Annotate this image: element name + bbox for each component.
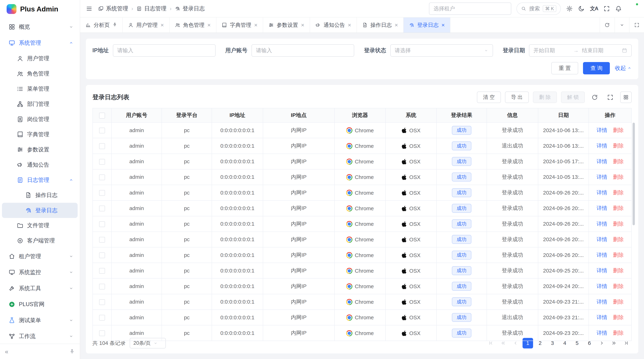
sidebar-item-test-menu[interactable]: 测试菜单 <box>2 312 78 329</box>
row-checkbox[interactable] <box>99 174 105 180</box>
sidebar-item-client-mgmt[interactable]: 客户端管理 <box>2 233 78 248</box>
row-checkbox[interactable] <box>99 221 105 227</box>
fullscreen-button[interactable] <box>604 5 610 12</box>
column-settings-button[interactable] <box>620 91 632 103</box>
tab-login-log[interactable]: 登录日志× <box>404 17 450 32</box>
delete-link[interactable]: 删除 <box>613 143 624 149</box>
table-fullscreen-button[interactable] <box>605 91 616 103</box>
delete-link[interactable]: 删除 <box>613 221 624 227</box>
delete-link[interactable]: 删除 <box>613 236 624 242</box>
tab-user-mgmt[interactable]: 用户管理× <box>123 17 170 32</box>
sidebar-item-plus-site[interactable]: PLUS官网 <box>2 296 78 312</box>
tab-close-icon[interactable]: × <box>301 22 304 28</box>
tab-role-mgmt[interactable]: 角色管理× <box>170 17 216 32</box>
sidebar-item-param-settings[interactable]: 参数设置 <box>2 142 78 157</box>
detail-link[interactable]: 详情 <box>596 143 607 149</box>
tenant-select-input[interactable] <box>429 2 511 15</box>
sidebar-item-dept-mgmt[interactable]: 部门管理 <box>2 96 78 112</box>
sidebar-item-sys-monitor[interactable]: 系统监控 <box>2 264 78 280</box>
detail-link[interactable]: 详情 <box>596 127 607 133</box>
sidebar-item-sys-tools[interactable]: 系统工具 <box>2 280 78 297</box>
content-fullscreen-button[interactable] <box>629 17 644 32</box>
delete-link[interactable]: 删除 <box>613 174 624 180</box>
tab-options-button[interactable] <box>614 17 629 32</box>
delete-link[interactable]: 删除 <box>613 330 624 336</box>
tab-notice[interactable]: 通知公告× <box>310 17 357 32</box>
user-account-input[interactable] <box>252 44 354 57</box>
delete-link[interactable]: 删除 <box>613 299 624 305</box>
tab-analysis[interactable]: 分析页 <box>80 17 123 32</box>
tab-dict-mgmt[interactable]: 字典管理× <box>216 17 263 32</box>
sidebar-item-user-mgmt[interactable]: 用户管理 <box>2 51 78 66</box>
dark-mode-toggle[interactable] <box>578 5 584 12</box>
sidebar-item-log-mgmt[interactable]: 日志管理 <box>2 172 78 188</box>
notifications-button[interactable] <box>615 5 622 12</box>
breadcrumb-item-log[interactable]: 日志管理 <box>136 5 166 12</box>
global-search-button[interactable]: 搜索 ⌘ K <box>516 2 561 15</box>
delete-link[interactable]: 删除 <box>613 283 624 289</box>
unlock-button[interactable]: 解 锁 <box>561 91 585 103</box>
row-checkbox[interactable] <box>99 143 105 149</box>
row-checkbox[interactable] <box>99 190 105 196</box>
row-checkbox[interactable] <box>99 315 105 321</box>
delete-link[interactable]: 删除 <box>613 205 624 211</box>
detail-link[interactable]: 详情 <box>596 299 607 305</box>
tab-params[interactable]: 参数设置× <box>263 17 310 32</box>
detail-link[interactable]: 详情 <box>596 221 607 227</box>
sidebar-item-menu-mgmt[interactable]: 菜单管理 <box>2 81 78 96</box>
tab-close-icon[interactable]: × <box>395 22 398 28</box>
reset-button[interactable]: 重 置 <box>551 62 578 74</box>
row-checkbox[interactable] <box>99 128 105 133</box>
sidebar-item-notice[interactable]: 通知公告 <box>2 157 78 172</box>
select-all-checkbox[interactable] <box>99 113 105 118</box>
delete-link[interactable]: 删除 <box>613 252 624 258</box>
detail-link[interactable]: 详情 <box>596 174 607 180</box>
tab-pin-button[interactable] <box>112 22 117 28</box>
detail-link[interactable]: 详情 <box>596 283 607 289</box>
sidebar-item-workflow[interactable]: 工作流 <box>2 329 78 344</box>
sidebar-item-login-log[interactable]: 登录日志 <box>2 203 78 218</box>
delete-button[interactable]: 删 除 <box>533 91 557 103</box>
clear-button[interactable]: 清 空 <box>477 91 501 103</box>
row-checkbox[interactable] <box>99 206 105 211</box>
refresh-tab-button[interactable] <box>600 17 614 32</box>
row-checkbox[interactable] <box>99 159 105 165</box>
vertical-scrollbar[interactable] <box>632 123 635 225</box>
refresh-table-button[interactable] <box>589 91 600 103</box>
row-checkbox[interactable] <box>99 237 105 243</box>
hamburger-menu-button[interactable] <box>86 5 92 12</box>
detail-link[interactable]: 详情 <box>596 268 607 273</box>
tab-close-icon[interactable]: × <box>442 22 445 28</box>
detail-link[interactable]: 详情 <box>596 158 607 164</box>
breadcrumb-item-login-log[interactable]: 登录日志 <box>175 5 205 12</box>
delete-link[interactable]: 删除 <box>613 314 624 320</box>
tab-op-log[interactable]: 操作日志× <box>357 17 404 32</box>
collapse-sidebar-button[interactable]: « <box>5 348 8 355</box>
login-date-range-picker[interactable]: 开始日期 → 结束日期 <box>529 44 632 57</box>
login-status-select[interactable]: 请选择 <box>390 44 493 57</box>
sidebar-item-role-mgmt[interactable]: 角色管理 <box>2 66 78 81</box>
breadcrumb-item-system[interactable]: 系统管理 <box>98 5 128 12</box>
delete-link[interactable]: 删除 <box>613 190 624 195</box>
sidebar-item-overview[interactable]: 概览 <box>2 19 78 35</box>
tab-close-icon[interactable]: × <box>160 22 164 28</box>
delete-link[interactable]: 删除 <box>613 268 624 273</box>
sidebar-item-file-mgmt[interactable]: 文件管理 <box>2 218 78 233</box>
user-avatar[interactable] <box>627 3 638 14</box>
app-logo[interactable]: Plus Admin <box>0 0 80 18</box>
detail-link[interactable]: 详情 <box>596 314 607 320</box>
collapse-filter-link[interactable]: 收起 <box>615 64 632 72</box>
row-checkbox[interactable] <box>99 299 105 305</box>
sidebar-item-system-mgmt[interactable]: 系统管理 <box>2 35 78 51</box>
sidebar-item-op-log[interactable]: 操作日志 <box>2 188 78 203</box>
detail-link[interactable]: 详情 <box>596 330 607 336</box>
sidebar-item-post-mgmt[interactable]: 岗位管理 <box>2 112 78 127</box>
row-checkbox[interactable] <box>99 268 105 274</box>
delete-link[interactable]: 删除 <box>613 127 624 133</box>
sidebar-item-tenant-mgmt[interactable]: 租户管理 <box>2 248 78 264</box>
detail-link[interactable]: 详情 <box>596 205 607 211</box>
tab-close-icon[interactable]: × <box>348 22 351 28</box>
detail-link[interactable]: 详情 <box>596 252 607 258</box>
tab-close-icon[interactable]: × <box>207 22 211 28</box>
delete-link[interactable]: 删除 <box>613 158 624 164</box>
